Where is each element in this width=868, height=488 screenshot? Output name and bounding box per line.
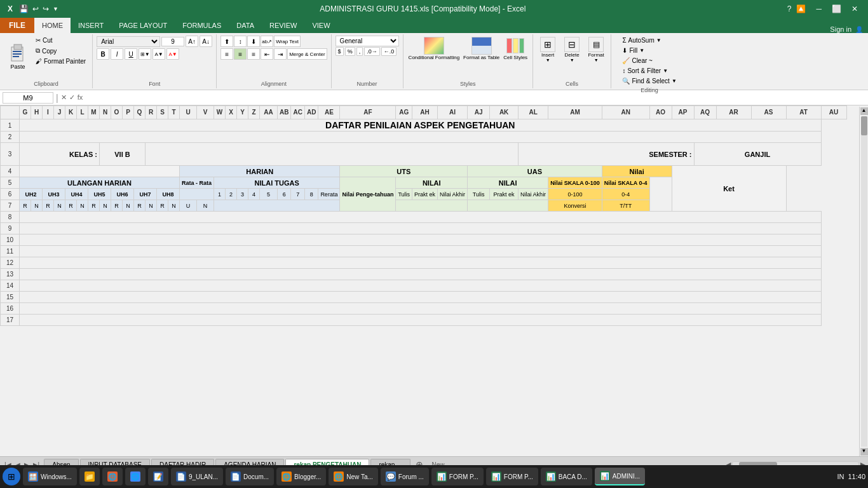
semester-label-cell[interactable]: SEMESTER : [519, 143, 694, 166]
cancel-formula-button[interactable]: ✕ [61, 93, 67, 102]
account-icon[interactable]: 👤 [855, 26, 863, 33]
merge-center-button[interactable]: Merge & Center [287, 48, 327, 60]
align-left-button[interactable]: ≡ [220, 48, 233, 60]
col-header-Q[interactable]: Q [134, 106, 146, 119]
font-name-select[interactable]: Arial [97, 36, 160, 47]
font-size-increase[interactable]: A↑ [186, 36, 198, 47]
formula-input[interactable] [85, 92, 865, 104]
tab-data[interactable]: DATA [229, 18, 262, 33]
col-header-G[interactable]: G [20, 106, 31, 119]
indent-decrease-button[interactable]: ⇤ [261, 48, 273, 60]
tab-home[interactable]: HOME [34, 18, 71, 33]
taskbar-item-forum[interactable]: 💬 Forum ... [381, 468, 429, 485]
row13-data[interactable] [20, 269, 822, 280]
row3-mid[interactable] [146, 143, 519, 166]
font-size-input[interactable] [161, 37, 184, 46]
row9-data[interactable] [20, 223, 822, 234]
align-right-button[interactable]: ≡ [247, 48, 260, 60]
col-header-M[interactable]: M [88, 106, 100, 119]
format-painter-button[interactable]: 🖌Format Painter [33, 57, 88, 66]
taskbar-item-browser2[interactable]: 🌐 [125, 468, 146, 485]
kelas-value-cell[interactable]: VII B [100, 143, 146, 166]
font-size-decrease[interactable]: A↓ [200, 36, 212, 47]
quick-access-customize[interactable]: ▼ [53, 6, 58, 12]
confirm-formula-button[interactable]: ✓ [69, 93, 75, 102]
copy-button[interactable]: ⧉Copy [33, 46, 88, 56]
border-button[interactable]: ⊞▼ [139, 48, 151, 60]
comma-button[interactable]: , [356, 47, 363, 56]
name-box[interactable] [3, 92, 53, 104]
find-select-button[interactable]: 🔍Find & Select▼ [620, 76, 679, 86]
align-middle-button[interactable]: ↕ [234, 36, 247, 47]
percent-button[interactable]: % [345, 47, 355, 56]
col-header-J[interactable]: J [54, 106, 65, 119]
col-header-P[interactable]: P [123, 106, 134, 119]
start-button[interactable]: ⊞ [3, 468, 20, 485]
col-header-AD[interactable]: AD [304, 106, 318, 119]
col-header-Z[interactable]: Z [248, 106, 260, 119]
col-header-AP[interactable]: AP [672, 106, 694, 119]
sign-in-link[interactable]: Sign in [830, 25, 851, 33]
tab-file[interactable]: FILE [0, 18, 34, 33]
col-header-AO[interactable]: AO [649, 106, 672, 119]
close-button[interactable]: ✕ [846, 0, 863, 18]
col-header-AM[interactable]: AM [548, 106, 602, 119]
row2-empty[interactable] [20, 132, 822, 143]
col-header-AE[interactable]: AE [318, 106, 340, 119]
col-header-AK[interactable]: AK [490, 106, 519, 119]
col-header-U[interactable]: U [180, 106, 197, 119]
scroll-thumb[interactable] [861, 116, 867, 135]
col-header-AC[interactable]: AC [291, 106, 304, 119]
delete-button[interactable]: ⊟ Delete ▼ [561, 36, 583, 64]
format-button[interactable]: ▤ Format ▼ [585, 36, 607, 64]
conditional-formatting-button[interactable]: Conditional Formatting [407, 36, 461, 62]
taskbar-item-word[interactable]: 📝 [148, 468, 168, 485]
kelas-label-cell[interactable]: KELAS : [20, 143, 100, 166]
col-header-O[interactable]: O [111, 106, 123, 119]
col-header-I[interactable]: I [43, 106, 54, 119]
col-header-AU[interactable]: AU [821, 106, 846, 119]
accounting-format-button[interactable]: $ [336, 47, 344, 56]
align-bottom-button[interactable]: ⬇ [247, 36, 260, 47]
taskbar-item-newtab[interactable]: 🌐 New Ta... [329, 468, 378, 485]
scroll-track[interactable] [861, 116, 867, 447]
insert-button[interactable]: ⊞ Insert ▼ [537, 36, 559, 64]
underline-button[interactable]: U [125, 48, 137, 60]
fill-button[interactable]: ⬇Fill▼ [620, 46, 679, 55]
vertical-scrollbar[interactable]: ▲ ▼ [859, 107, 868, 456]
taskbar-item-windows[interactable]: 🪟 Windows... [23, 468, 77, 485]
row8-data[interactable] [20, 212, 822, 223]
autosum-button[interactable]: ΣAutoSum▼ [620, 36, 679, 45]
row17-data[interactable] [20, 315, 822, 326]
decimal-decrease-button[interactable]: ←.0 [381, 47, 397, 56]
sort-filter-button[interactable]: ↕Sort & Filter▼ [620, 66, 679, 76]
insert-function-button[interactable]: fx [78, 93, 83, 102]
col-header-AL[interactable]: AL [519, 106, 548, 119]
col-header-N[interactable]: N [100, 106, 111, 119]
align-top-button[interactable]: ⬆ [220, 36, 233, 47]
clear-button[interactable]: 🧹Clear ~ [620, 56, 679, 65]
tab-review[interactable]: REVIEW [262, 18, 304, 33]
ribbon-collapse[interactable]: 🔼 [796, 4, 806, 13]
paste-button[interactable]: Paste [4, 36, 32, 76]
taskbar-item-docum[interactable]: 📄 Docum... [226, 468, 274, 485]
cut-button[interactable]: ✂Cut [33, 36, 88, 45]
col-header-X[interactable]: X [226, 106, 237, 119]
col-header-AS[interactable]: AS [751, 106, 786, 119]
taskbar-item-admini[interactable]: 📊 ADMINI... [595, 468, 645, 485]
taskbar-item-blogger[interactable]: 🌐 Blogger... [276, 468, 326, 485]
col-header-AR[interactable]: AR [716, 106, 751, 119]
taskbar-item-bacad[interactable]: 📊 BACA D... [541, 468, 592, 485]
fill-color-button[interactable]: A▼ [153, 48, 165, 60]
tab-page-layout[interactable]: PAGE LAYOUT [111, 18, 175, 33]
col-header-AF[interactable]: AF [340, 106, 396, 119]
row16-data[interactable] [20, 303, 822, 315]
col-header-T[interactable]: T [168, 106, 180, 119]
row15-data[interactable] [20, 292, 822, 303]
col-header-K[interactable]: K [65, 106, 77, 119]
grid-scroll[interactable]: G H I J K L M N O P Q R S T U V W [0, 105, 868, 456]
quick-access-redo[interactable]: ↪ [43, 4, 49, 13]
col-header-AN[interactable]: AN [602, 106, 649, 119]
taskbar-item-browser1[interactable]: 🌐 [102, 468, 123, 485]
semester-value-cell[interactable]: GANJIL [694, 143, 821, 166]
